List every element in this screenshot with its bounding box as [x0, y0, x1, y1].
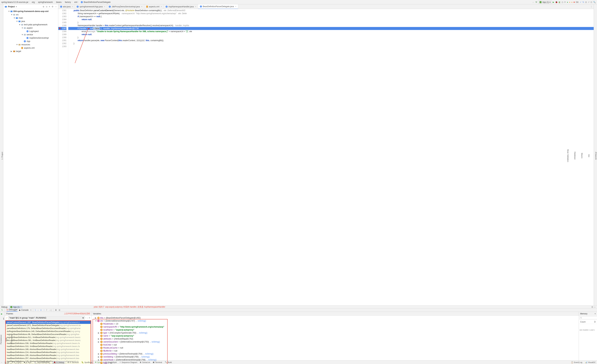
- frame-row[interactable]: registerBeanDefinitions:96, DefaultBeanD…: [6, 333, 91, 336]
- frame-row[interactable]: registerBeanDefinitions:511, XmlBeanDefi…: [6, 336, 91, 339]
- bc-4[interactable]: factory: [65, 1, 71, 3]
- more-icon[interactable]: ⊡: [590, 1, 592, 3]
- frame-row[interactable]: parseBeanDefinitions:179, DefaultBeanDef…: [6, 327, 91, 330]
- bb-services[interactable]: ⊞ 8: Services: [67, 361, 79, 363]
- line-number[interactable]: 1390: [58, 36, 66, 39]
- frame-row[interactable]: parseCustomElement:1371, BeanDefinitionP…: [6, 324, 91, 327]
- step-into-icon[interactable]: ↓: [38, 309, 39, 311]
- tree-row[interactable]: ▼service: [3, 33, 58, 36]
- memory-search[interactable]: [580, 316, 597, 319]
- frame-row[interactable]: doRegisterBeanDefinitions:149, DefaultBe…: [6, 330, 91, 333]
- step-over-icon[interactable]: ⤵: [35, 309, 36, 311]
- bc-1[interactable]: org: [32, 1, 35, 3]
- line-number[interactable]: 1387: [58, 27, 66, 30]
- stop-icon[interactable]: ■: [573, 1, 575, 3]
- gutter[interactable]: 1381138213831384138513861387138813891390…: [58, 9, 68, 305]
- editor-tab[interactable]: Cator.java×: [58, 4, 75, 9]
- tree-row[interactable]: CLogAspect: [3, 30, 58, 33]
- frame-row[interactable]: loadBeanDefinitions:310, XmlBeanDefiniti…: [6, 345, 91, 348]
- var-row[interactable]: ▶f nextSibling = {DeferredTextImpl@1755}…: [92, 355, 578, 358]
- bc-6[interactable]: BeanDefinitionParserDelegate: [84, 1, 110, 3]
- search-icon[interactable]: 🔍: [593, 1, 596, 3]
- var-row[interactable]: f fBufferStr = null: [92, 349, 578, 352]
- profile-icon[interactable]: ◷: [562, 1, 563, 3]
- settings-icon[interactable]: ⚙: [52, 6, 54, 8]
- coverage-icon[interactable]: ◧: [559, 1, 560, 3]
- strip-jclasslib[interactable]: JClassLib: [595, 152, 597, 160]
- var-row[interactable]: f flags = 12: [92, 361, 578, 364]
- vars-tree[interactable]: ▶≡ this = {BeanDefinitionParserDelegate@…: [92, 316, 579, 364]
- run-cursor-icon[interactable]: →|: [49, 309, 51, 311]
- close-icon[interactable]: ×: [72, 6, 73, 8]
- bb-todo[interactable]: ☰ 6: TODO: [12, 361, 21, 363]
- debug-hide-icon[interactable]: —: [594, 306, 596, 308]
- tree-row[interactable]: ▼java: [3, 20, 58, 23]
- dot3-icon[interactable]: ●: [571, 1, 573, 3]
- var-row[interactable]: ▶f ownerDocument = {DeferredDocumentImpl…: [92, 340, 578, 343]
- strip-web[interactable]: Web: [5, 338, 7, 341]
- tree-row[interactable]: ▼resources: [3, 43, 58, 46]
- bb-debug[interactable]: 🐞 5: Debug: [53, 361, 65, 364]
- bc-5[interactable]: xml: [74, 1, 78, 3]
- bb-tool-icon[interactable]: ▫: [1, 361, 2, 363]
- bb-spotbugs[interactable]: 🐛 SpotBugs: [81, 361, 93, 363]
- collapse-icon[interactable]: ✕: [49, 6, 50, 8]
- evaluate-icon[interactable]: 🖩: [55, 309, 57, 311]
- frame-row[interactable]: doLoadBeanDefinitions:391, XmlBeanDefini…: [6, 339, 91, 342]
- resume-icon[interactable]: ▶: [1, 313, 4, 316]
- var-row[interactable]: f name = "aop:aspectj-autoproxy": [92, 334, 578, 337]
- expand-icon[interactable]: ⇲: [46, 6, 47, 8]
- line-number[interactable]: 1389: [58, 33, 66, 36]
- strip-project[interactable]: 1: Project: [1, 152, 3, 160]
- git-branch-icon[interactable]: ↗: [588, 1, 589, 3]
- tree-row[interactable]: CAopDemoServiceImpl: [3, 36, 58, 40]
- editor-tab[interactable]: CAopNamespaceHandler.java×: [164, 4, 198, 9]
- var-row[interactable]: f fNodeListCache = null: [92, 346, 578, 349]
- back-icon[interactable]: ←: [532, 1, 534, 3]
- dot1-icon[interactable]: ●: [567, 1, 568, 3]
- tree-row[interactable]: ▼004-spring-framework-demo-aop-xml: [3, 10, 58, 13]
- line-number[interactable]: 1391: [58, 39, 66, 42]
- editor-tab[interactable]: CJdkProxyDemoServiceImpl.java×: [107, 4, 144, 9]
- filter-frames-icon[interactable]: ⚟: [89, 317, 90, 319]
- debugger-tab[interactable]: ⊟ Debugger: [7, 309, 17, 311]
- close-icon[interactable]: ×: [195, 6, 196, 8]
- debug-icon[interactable]: 🐞: [555, 1, 558, 3]
- debug-settings-icon[interactable]: ⚙: [591, 306, 593, 308]
- thread-select[interactable]: "main"@1 in group "main": RUNNING: [8, 316, 85, 319]
- debug-config-tab[interactable]: App (1) ×: [9, 306, 23, 308]
- var-row[interactable]: ▶f ownerNode = {DeferredElementNSImpl@17…: [92, 358, 578, 361]
- tree-row[interactable]: ▼src: [3, 13, 58, 16]
- line-number[interactable]: 1385: [58, 21, 66, 24]
- next-frame-icon[interactable]: ↓: [87, 317, 88, 319]
- tree-row[interactable]: ▼aspect: [3, 26, 58, 30]
- threads-icon[interactable]: ≡: [30, 309, 31, 311]
- tree-row[interactable]: CApp: [3, 40, 58, 43]
- close-icon[interactable]: ×: [161, 6, 162, 8]
- prev-frame-icon[interactable]: ↑: [85, 317, 86, 319]
- bb-java-ent[interactable]: ☕ Java Enterprise: [34, 361, 50, 363]
- line-number[interactable]: 1386: [58, 24, 66, 27]
- bc-2[interactable]: springframework: [38, 1, 53, 3]
- hammer-icon[interactable]: ⚒: [535, 1, 537, 3]
- frame-row[interactable]: loadBeanDefinitions:257, AbstractBeanDef…: [6, 357, 91, 360]
- line-number[interactable]: 1392: [58, 42, 66, 45]
- git-history-icon[interactable]: ⊟: [585, 1, 587, 3]
- var-row[interactable]: ▶f previousSibling = {DeferredTextImpl@1…: [92, 352, 578, 355]
- var-row[interactable]: ▶f type = {XSComplexTypeDecl@1750} ... t…: [92, 331, 578, 334]
- attach-icon[interactable]: ⟳: [564, 1, 566, 3]
- var-row[interactable]: ▶≡ this = {BeanDefinitionParserDelegate@…: [92, 316, 578, 319]
- drop-frame-icon[interactable]: ⤴: [46, 309, 47, 311]
- close-icon[interactable]: ×: [104, 6, 105, 8]
- frames-list[interactable]: parseCustomElement:1387, BeanDefinitionP…: [5, 320, 91, 364]
- frame-row[interactable]: loadBeanDefinitions:338, XmlBeanDefiniti…: [6, 342, 91, 345]
- tree-row[interactable]: aspects.xml: [3, 46, 58, 50]
- line-number[interactable]: 1383: [58, 15, 66, 18]
- console-tab[interactable]: ▶ Console: [19, 309, 29, 311]
- breakpoint-icon[interactable]: [59, 27, 61, 29]
- frame-row[interactable]: parseCustomElement:1387, BeanDefinitionP…: [6, 321, 91, 324]
- frame-row[interactable]: loadBeanDefinitions:188, AbstractBeanDef…: [6, 348, 91, 351]
- close-icon[interactable]: ×: [235, 5, 236, 8]
- tree-row[interactable]: ▼tech.pdai.springframework: [3, 23, 58, 26]
- project-tree[interactable]: ▼004-spring-framework-demo-aop-xml▼src▼m…: [3, 9, 58, 54]
